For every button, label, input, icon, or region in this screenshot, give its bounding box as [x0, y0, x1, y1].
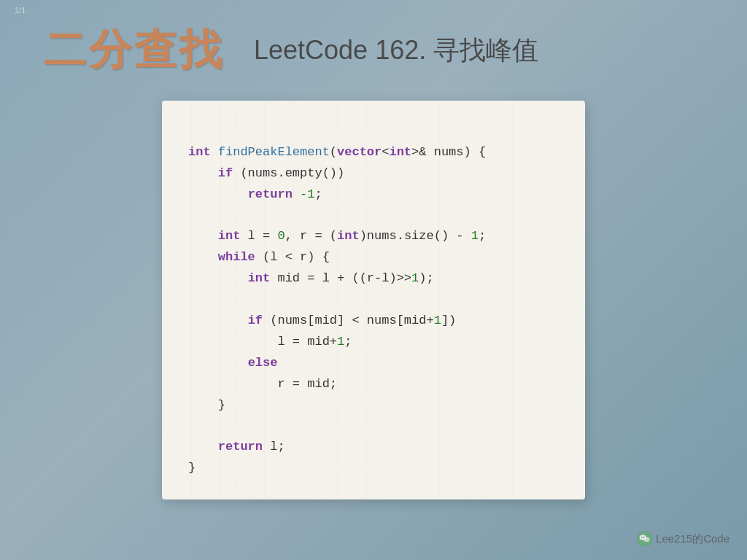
watermark: Lee215的Code: [637, 531, 729, 547]
svg-point-4: [644, 537, 649, 542]
code-block: int findPeakElement(vector<int>& nums) {…: [188, 121, 559, 479]
svg-point-3: [643, 537, 645, 538]
svg-point-6: [647, 539, 648, 540]
wechat-icon: [637, 531, 653, 547]
slide-number: 1/1: [15, 6, 26, 15]
slide: 1/1 二分查找 LeetCode 162. 寻找峰值 int findPeak…: [0, 0, 747, 560]
svg-point-5: [646, 539, 646, 540]
title-english: LeetCode 162. 寻找峰值: [254, 33, 538, 69]
watermark-text: Lee215的Code: [656, 532, 729, 546]
svg-point-2: [641, 537, 643, 538]
title-chinese: 二分查找: [44, 22, 225, 79]
header: 二分查找 LeetCode 162. 寻找峰值: [0, 0, 747, 93]
code-panel: int findPeakElement(vector<int>& nums) {…: [162, 101, 585, 499]
